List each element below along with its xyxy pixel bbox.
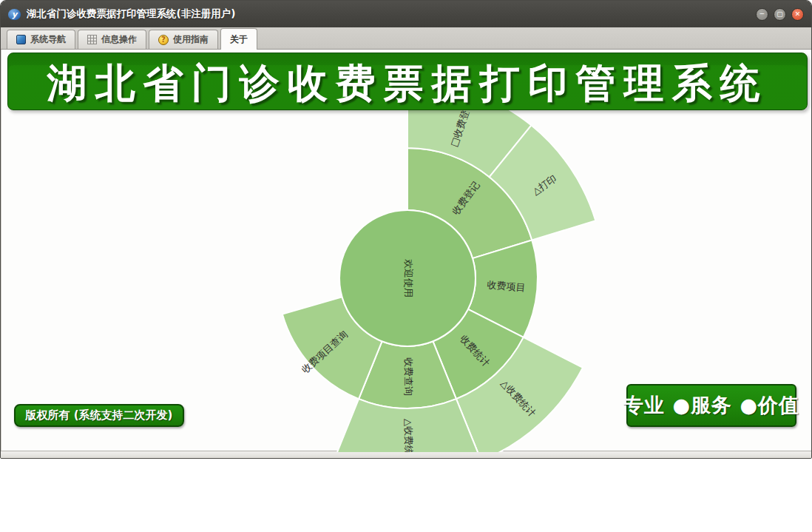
window-title: 湖北省门诊收费票据打印管理系统(非注册用户) (27, 7, 235, 21)
sunburst-center-label: 欢迎使用 (403, 259, 414, 297)
window-controls: ─ ▢ ✕ (756, 8, 804, 21)
banner-title: 湖北省门诊收费票据打印管理系统 (47, 53, 768, 111)
tab-system-navigation[interactable]: 系统导航 (7, 30, 75, 49)
titlebar: y 湖北省门诊收费票据打印管理系统(非注册用户) ─ ▢ ✕ (1, 1, 811, 27)
sunburst-segment-label: 收费查询 (403, 357, 414, 396)
maximize-button[interactable]: ▢ (774, 8, 786, 21)
minimize-icon: ─ (760, 10, 764, 18)
minimize-button[interactable]: ─ (756, 8, 768, 21)
tab-user-guide[interactable]: ? 使用指南 (149, 30, 218, 49)
copyright-label: 版权所有 (系统支持二次开发) (14, 404, 184, 427)
tab-label: 使用指南 (173, 33, 209, 46)
app-window: y 湖北省门诊收费票据打印管理系统(非注册用户) ─ ▢ ✕ 系统导航 信息操作… (0, 0, 812, 459)
maximize-icon: ▢ (777, 10, 783, 18)
title-banner: 湖北省门诊收费票据打印管理系统 (7, 53, 808, 110)
tab-about[interactable]: 关于 (220, 28, 257, 50)
close-icon: ✕ (795, 10, 801, 18)
blue-square-icon (16, 35, 26, 44)
close-button[interactable]: ✕ (791, 8, 804, 21)
app-icon: y (8, 9, 21, 20)
tab-bar: 系统导航 信息操作 ? 使用指南 关于 (1, 27, 811, 50)
about-page: 收费登记收费项目收费统计收费查询收费项目查询□收费登记△打印△收费统计△收费统计… (1, 50, 812, 452)
tab-info-operation[interactable]: 信息操作 (78, 30, 146, 49)
tab-label: 关于 (230, 33, 248, 46)
tab-label: 信息操作 (101, 33, 137, 46)
grid-icon (87, 35, 97, 44)
tab-label: 系统导航 (30, 33, 66, 46)
help-coin-icon: ? (158, 35, 169, 45)
slogan-label: 专业 ●服务 ●价值 (626, 384, 796, 427)
sunburst-segment-label: △收费统计 (403, 419, 414, 452)
